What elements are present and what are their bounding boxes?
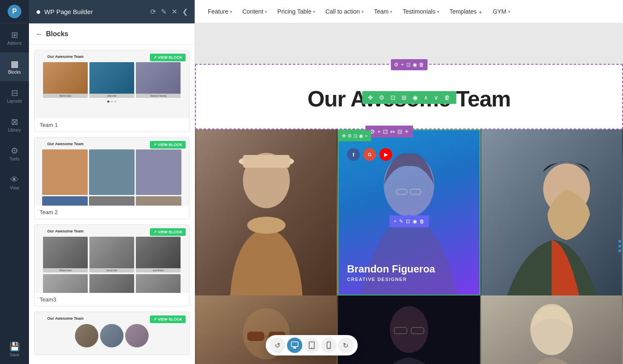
sidebar-item-tools[interactable]: ⚙ Tools [0, 139, 29, 168]
nav-chevron-gym: ▾ [508, 9, 510, 14]
view-block-btn-team4[interactable]: ↗ VIEW BLOCK [150, 315, 186, 323]
block-item-team4[interactable]: ↗ VIEW BLOCK Our Awesome Team [34, 312, 189, 355]
row-down-icon[interactable]: ∨ [432, 93, 440, 102]
view-block-btn-team1[interactable]: ↗ VIEW BLOCK [150, 54, 186, 61]
nav-item-testimonials[interactable]: Testimonials ▾ [398, 6, 443, 17]
section-delete-icon[interactable]: 🗑 [419, 62, 424, 68]
blocks-back-button[interactable]: ← Blocks [36, 30, 68, 38]
card-settings-icon[interactable]: ⚙ [347, 133, 352, 139]
panel-header-title: ● WP Page Builder [36, 7, 93, 17]
top-row-toolbar: ✥ ⚙ ⊡ ⊞ ◉ ∧ ∨ 🗑 [362, 91, 456, 104]
widget-toolbar: + ✎ ⊡ ◉ 🗑 [389, 215, 429, 227]
widget-delete-icon[interactable]: 🗑 [419, 218, 425, 224]
add-row-link-icon[interactable]: ⇔ [390, 128, 395, 135]
nav-label-gym: GYM [493, 8, 506, 15]
add-row-copy-icon[interactable]: ⊡ [383, 128, 388, 135]
panel-collapse-icon[interactable]: ❮ [182, 8, 188, 16]
nav-item-gym[interactable]: GYM ▾ [488, 6, 514, 17]
youtube-icon[interactable]: ▶ [379, 148, 392, 161]
row-copy-icon[interactable]: ⊡ [389, 93, 397, 102]
library-label: Library [8, 128, 21, 132]
nav-item-team[interactable]: Team ▾ [370, 6, 396, 17]
block-thumb-person-bw-2: James Doe [89, 237, 134, 272]
desktop-button[interactable] [287, 338, 302, 353]
nav-item-feature[interactable]: Feature ▾ [204, 6, 236, 17]
card-top-toolbar: ✥ ⚙ ⊡ ◉ + [339, 130, 371, 141]
card-copy-icon[interactable]: ⊡ [353, 133, 357, 139]
widget-copy-icon[interactable]: ⊡ [406, 218, 410, 224]
add-row-plus-icon[interactable]: + [377, 128, 381, 135]
block-item-team2[interactable]: ↗ VIEW BLOCK Our Awesome Team Team 2 [34, 137, 189, 219]
card-move-icon[interactable]: ✥ [342, 133, 346, 139]
sidebar-item-view[interactable]: 👁 View [0, 168, 29, 197]
row-grid-icon[interactable]: ⊞ [400, 93, 408, 102]
three-dots-handle[interactable] [618, 240, 621, 252]
block-item-team1[interactable]: ↗ VIEW BLOCK Our Awesome Team Michel Cla… [34, 50, 189, 132]
row-settings-icon[interactable]: ⚙ [377, 93, 386, 102]
view-block-label: VIEW BLOCK [158, 55, 183, 60]
row-up-icon[interactable]: ∧ [422, 93, 430, 102]
block-label-team1: Team 1 [34, 118, 189, 132]
sidebar-item-blocks[interactable]: ▦ Blocks [0, 52, 29, 81]
block-thumb-grid-team2 [39, 149, 185, 206]
panel-refresh-icon[interactable]: ⟳ [150, 8, 156, 16]
mobile-button[interactable] [321, 338, 336, 353]
widget-edit-icon[interactable]: ✎ [399, 218, 403, 224]
mobile-icon [325, 341, 333, 349]
nav-label-content: Content [242, 8, 263, 15]
redo-button[interactable]: ↻ [338, 338, 353, 353]
row-eye-icon[interactable]: ◉ [411, 93, 419, 102]
widget-plus-icon[interactable]: + [393, 218, 396, 224]
sidebar-item-addons[interactable]: ⊞ Addons [0, 23, 29, 52]
section-copy-icon[interactable]: ⊡ [406, 62, 411, 68]
widget-eye-icon[interactable]: ◉ [413, 218, 417, 224]
block-thumbnail-team2: ↗ VIEW BLOCK Our Awesome Team [34, 138, 189, 206]
nav-chevron-templates: ▲ [478, 9, 482, 14]
tablet-button[interactable] [304, 338, 319, 353]
row-move-icon[interactable]: ✥ [366, 93, 375, 102]
save-icon: 💾 [9, 342, 20, 351]
nav-chevron-team: ▾ [390, 9, 392, 14]
google-icon[interactable]: G [363, 148, 376, 161]
panel-close-icon[interactable]: ✕ [172, 8, 177, 16]
view-block-btn-team3[interactable]: ↗ VIEW BLOCK [150, 228, 186, 236]
svg-rect-3 [243, 155, 290, 168]
nav-item-cta[interactable]: Call to action ▾ [321, 6, 368, 17]
section-settings-icon[interactable]: ⚙ [394, 62, 399, 68]
card-plus-icon[interactable]: + [365, 133, 367, 138]
undo-button[interactable]: ↺ [270, 338, 285, 353]
svg-point-27 [328, 347, 329, 348]
nav-item-templates[interactable]: Templates ▲ [445, 6, 487, 17]
sidebar-item-library[interactable]: ⊠ Library [0, 110, 29, 139]
card-eye-icon[interactable]: ◉ [359, 133, 363, 139]
social-icons-bar: f G ▶ [347, 148, 392, 161]
section-eye-icon[interactable]: ◉ [413, 62, 417, 68]
nav-item-content[interactable]: Content ▾ [238, 6, 271, 17]
addons-icon: ⊞ [11, 31, 18, 39]
block-item-team3[interactable]: ↗ VIEW BLOCK Our Awesome Team William Cl… [34, 224, 189, 307]
layouts-icon: ⊟ [11, 89, 18, 97]
view-block-btn-team2[interactable]: ↗ VIEW BLOCK [150, 141, 186, 149]
canvas-area: ✥ ⚙ ⊡ ⊞ ◉ ∧ ∨ 🗑 ⚙ + ⊡ ⇔ ⊟ + [195, 23, 623, 364]
dot-3 [114, 100, 116, 103]
view-block-icon-4: ↗ [153, 317, 157, 321]
blocks-panel: ● WP Page Builder ⟳ ✎ ✕ ❮ ← Blocks ↗ VIE… [29, 0, 195, 364]
add-row-add-icon[interactable]: + [405, 128, 408, 135]
section-plus-icon[interactable]: + [401, 62, 404, 68]
panel-logo-icon: ● [36, 7, 41, 17]
thumb-cell-3 [136, 149, 181, 195]
facebook-icon[interactable]: f [347, 148, 360, 161]
panel-edit-icon[interactable]: ✎ [161, 8, 167, 16]
add-row-grid-icon[interactable]: ⊟ [397, 128, 402, 135]
nav-chevron-cta: ▾ [362, 9, 364, 14]
row-delete-icon[interactable]: 🗑 [442, 93, 452, 102]
block-thumb-row2: John Smith Sam Davis Chris Lee [39, 272, 185, 293]
view-icon: 👁 [10, 175, 19, 184]
nav-item-pricing[interactable]: Pricing Table ▾ [273, 6, 319, 17]
thumb-person-name-2: Jean Doe [107, 94, 116, 98]
sidebar-item-layouts[interactable]: ⊟ Layouts [0, 81, 29, 110]
sidebar-item-save[interactable]: 💾 Save [0, 335, 29, 364]
team-card-2-selected[interactable]: ✥ ⚙ ⊡ ◉ + f G ▶ [338, 129, 480, 295]
person-role: CREATIVE DESIGNER [347, 277, 435, 282]
blocks-subheader: ← Blocks [29, 23, 195, 45]
